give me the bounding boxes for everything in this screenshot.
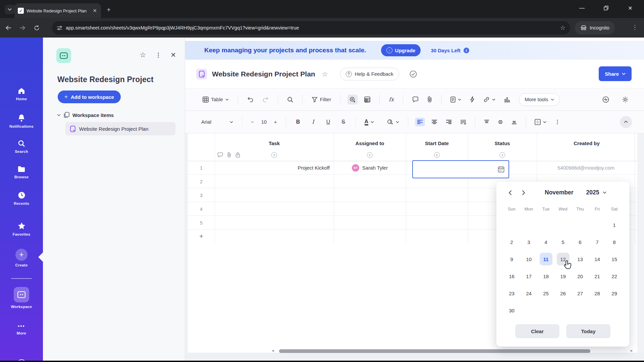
strikethrough-button[interactable]: S	[338, 117, 349, 127]
more-tools-button[interactable]: More tools	[519, 93, 560, 106]
day-cell[interactable]: 1	[608, 219, 621, 231]
day-cell-selected[interactable]: 11	[540, 253, 552, 265]
task-cell[interactable]: Project Kickoff	[215, 161, 334, 175]
sidebar-item-more[interactable]: ••• More	[0, 323, 43, 335]
tree-item-sheet[interactable]: Website Redesign Project Plan	[65, 122, 175, 135]
align-left-button[interactable]	[415, 118, 425, 126]
day-cell[interactable]: 5	[557, 236, 570, 248]
restore-button[interactable]	[599, 3, 613, 13]
minimize-button[interactable]: —	[575, 3, 589, 13]
forms-button[interactable]	[448, 95, 463, 105]
tab-search-button[interactable]	[5, 5, 15, 14]
day-cell[interactable]: 26	[557, 287, 570, 300]
column-info-status[interactable]: i	[468, 151, 537, 159]
day-cell[interactable]: 13	[574, 253, 587, 265]
back-button[interactable]	[3, 22, 14, 34]
close-window-button[interactable]: ✕	[623, 3, 637, 13]
font-size-decrease-button[interactable]: −	[249, 117, 256, 127]
prev-month-button[interactable]	[506, 190, 514, 195]
bold-button[interactable]: B	[293, 117, 304, 127]
info-icon[interactable]: i	[464, 48, 469, 53]
help-feedback-button[interactable]: ? Help & Feedback	[340, 68, 399, 80]
favorite-sheet-star-icon[interactable]: ☆	[322, 70, 328, 78]
column-header-assigned-to[interactable]: Assigned to	[334, 139, 406, 147]
valign-top-button[interactable]	[482, 118, 491, 126]
align-center-button[interactable]	[429, 118, 439, 126]
activity-button[interactable]	[600, 94, 611, 105]
chevron-down-icon[interactable]	[603, 191, 606, 194]
align-right-button[interactable]	[444, 118, 454, 126]
undo-button[interactable]	[245, 95, 256, 105]
comment-button[interactable]	[410, 95, 421, 105]
assigned-to-cell[interactable]: ST Sarah Tyler	[334, 161, 406, 175]
day-cell[interactable]: 10	[523, 253, 535, 265]
add-to-workspace-button[interactable]: + Add to workspace	[58, 90, 121, 103]
paint-format-button[interactable]	[347, 95, 358, 105]
bookmark-star-icon[interactable]: ☆	[560, 24, 566, 32]
borders-button[interactable]	[533, 117, 548, 127]
italic-button[interactable]: I	[308, 117, 319, 127]
day-cell[interactable]: 27	[574, 287, 587, 300]
row-number[interactable]: 4	[190, 202, 213, 216]
browser-menu-icon[interactable]: ⋮	[632, 24, 638, 31]
text-wrap-button[interactable]	[458, 118, 468, 126]
sidebar-item-favorites[interactable]: Favorites	[0, 222, 43, 236]
column-header-start-date[interactable]: Start Date	[406, 139, 468, 147]
column-info-task[interactable]: i	[215, 151, 334, 159]
underline-button[interactable]: U	[323, 117, 334, 127]
upgrade-button[interactable]: ↑ Upgrade	[381, 44, 421, 56]
row-number[interactable]: 2	[190, 175, 213, 188]
redo-button[interactable]	[260, 95, 271, 105]
sidebar-item-home[interactable]: Home	[0, 87, 43, 101]
year-selector[interactable]: 2025	[586, 189, 599, 196]
add-row-button[interactable]: +	[190, 230, 213, 243]
scroll-right-arrow[interactable]: ▸	[631, 348, 633, 353]
fill-color-button[interactable]	[385, 117, 401, 127]
forward-button[interactable]	[17, 22, 28, 34]
day-cell[interactable]: 9	[505, 253, 518, 265]
share-button[interactable]: Share	[599, 66, 632, 81]
font-family-select[interactable]: Arial	[199, 117, 235, 127]
column-header-status[interactable]: Status	[468, 139, 537, 147]
sidebar-item-workspace[interactable]: Workspace	[0, 287, 43, 309]
chevron-down-icon[interactable]	[57, 114, 61, 116]
automation-button[interactable]	[468, 94, 477, 105]
panel-close-icon[interactable]: ✕	[170, 51, 176, 59]
today-button[interactable]: Today	[566, 324, 610, 338]
address-bar[interactable]: app.smartsheet.com/sheets/v3qwxMgRrP9pqp…	[52, 21, 570, 35]
cell-format-button[interactable]	[362, 95, 372, 105]
more-format-button[interactable]: ⋮	[553, 117, 562, 127]
day-cell[interactable]: 22	[608, 270, 621, 283]
day-cell[interactable]: 15	[608, 253, 621, 265]
collapse-toolbar-button[interactable]	[620, 116, 632, 128]
row-number[interactable]: 3	[190, 188, 213, 202]
column-header-task[interactable]: Task	[215, 139, 334, 147]
browser-tab[interactable]: ✓ Website Redesign Project Plan ✕	[14, 3, 101, 18]
day-cell[interactable]: 4	[540, 236, 552, 248]
column-header-created-by[interactable]: Created by	[537, 139, 637, 147]
font-size-increase-button[interactable]: +	[272, 117, 279, 127]
sidebar-item-recents[interactable]: Recents	[0, 191, 43, 205]
row-number[interactable]: 5	[190, 216, 213, 230]
day-cell[interactable]: 17	[523, 270, 535, 283]
row-number[interactable]: 1	[190, 161, 213, 175]
day-cell[interactable]: 2	[505, 236, 518, 248]
next-month-button[interactable]	[520, 190, 527, 195]
day-cell[interactable]: 28	[591, 287, 604, 300]
day-cell[interactable]: 19	[557, 270, 570, 283]
site-info-icon[interactable]	[57, 25, 62, 31]
attachment-button[interactable]	[425, 94, 434, 105]
column-info-start-date[interactable]: i	[406, 151, 468, 159]
sidebar-item-browse[interactable]: Browse	[0, 166, 43, 179]
day-cell[interactable]: 18	[540, 270, 552, 283]
sidebar-item-notifications[interactable]: Notifications	[0, 114, 43, 128]
clear-button[interactable]: Clear	[515, 324, 559, 338]
valign-middle-button[interactable]	[496, 118, 505, 126]
settings-button[interactable]	[620, 94, 631, 105]
view-selector[interactable]: Table	[201, 95, 231, 105]
day-cell[interactable]: 30	[505, 304, 518, 317]
panel-menu-icon[interactable]: ⋮	[155, 52, 161, 59]
day-cell[interactable]: 23	[505, 287, 518, 300]
horizontal-scrollbar[interactable]	[279, 349, 590, 353]
day-cell[interactable]: 8	[608, 236, 621, 248]
